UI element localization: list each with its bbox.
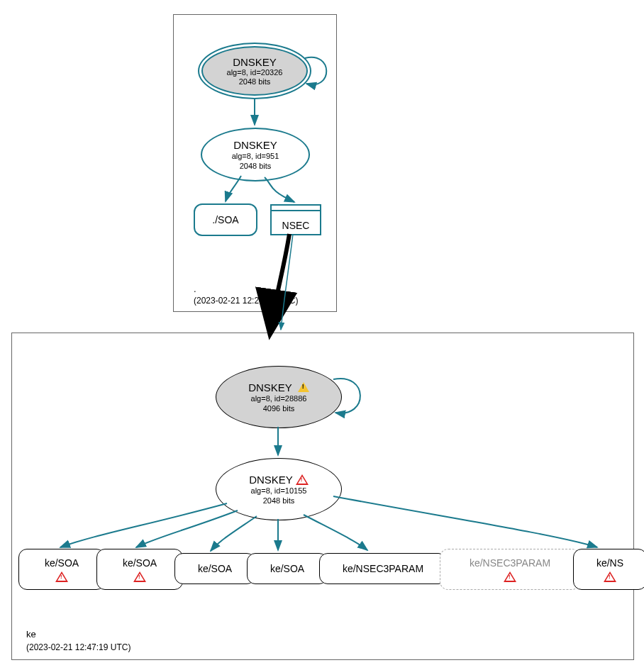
root-nsec-node: NSEC — [270, 204, 321, 235]
ke-soa-1-label: ke/SOA — [45, 557, 79, 569]
ke-nsec3param-1-label: ke/NSEC3PARAM — [343, 563, 423, 574]
ke-soa-2: ke/SOA — [96, 549, 183, 590]
zone-ke-timestamp: (2023-02-21 12:47:19 UTC) — [26, 642, 131, 652]
ke-soa-4: ke/SOA — [247, 553, 328, 584]
ke-ksk-line1: alg=8, id=28886 — [251, 394, 307, 403]
ke-zsk-line1: alg=8, id=10155 — [251, 486, 307, 496]
root-zsk-node: DNSKEY alg=8, id=951 2048 bits — [201, 128, 310, 182]
warning-icon — [298, 382, 309, 392]
error-icon — [55, 571, 68, 582]
root-soa-label: ./SOA — [212, 214, 238, 225]
ke-zsk-line2: 2048 bits — [263, 496, 295, 506]
error-icon — [133, 571, 146, 582]
root-zsk-line1: alg=8, id=951 — [232, 152, 279, 161]
root-zsk-line2: 2048 bits — [240, 162, 272, 171]
ke-soa-3: ke/SOA — [174, 553, 255, 584]
dnssec-diagram: . (2023-02-21 12:26:18 UTC) DNSKEY alg=8… — [7, 7, 637, 663]
ke-soa-3-label: ke/SOA — [198, 563, 232, 574]
error-icon — [604, 571, 616, 582]
ke-ns-label: ke/NS — [596, 557, 623, 569]
root-ksk-line2: 2048 bits — [239, 77, 271, 86]
zone-root-name: . — [194, 284, 196, 294]
ke-ns: ke/NS — [573, 549, 644, 590]
ke-zsk-node: DNSKEY alg=8, id=10155 2048 bits — [216, 458, 342, 520]
ke-ksk-node: DNSKEY alg=8, id=28886 4096 bits — [216, 366, 342, 428]
ke-soa-4-label: ke/SOA — [270, 563, 304, 574]
ke-ksk-line2: 4096 bits — [263, 404, 295, 413]
ke-nsec3param-2-label: ke/NSEC3PARAM — [470, 557, 550, 569]
zone-ke-name: ke — [26, 629, 36, 640]
root-nsec-label: NSEC — [272, 220, 320, 231]
error-icon — [296, 474, 309, 485]
ke-ksk-title: DNSKEY — [248, 381, 292, 393]
ke-soa-1: ke/SOA — [18, 549, 105, 590]
zone-root-timestamp: (2023-02-21 12:26:18 UTC) — [194, 296, 298, 306]
root-soa-node: ./SOA — [194, 203, 257, 236]
ke-nsec3param-2: ke/NSEC3PARAM — [440, 549, 580, 590]
error-icon — [504, 571, 516, 582]
root-ksk-node: DNSKEY alg=8, id=20326 2048 bits — [198, 43, 311, 99]
root-ksk-line1: alg=8, id=20326 — [227, 68, 283, 77]
ke-nsec3param-1: ke/NSEC3PARAM — [319, 553, 447, 584]
root-ksk-title: DNSKEY — [233, 56, 277, 68]
ke-zsk-title: DNSKEY — [249, 474, 293, 486]
root-zsk-title: DNSKEY — [233, 139, 277, 151]
ke-soa-2-label: ke/SOA — [123, 557, 157, 569]
